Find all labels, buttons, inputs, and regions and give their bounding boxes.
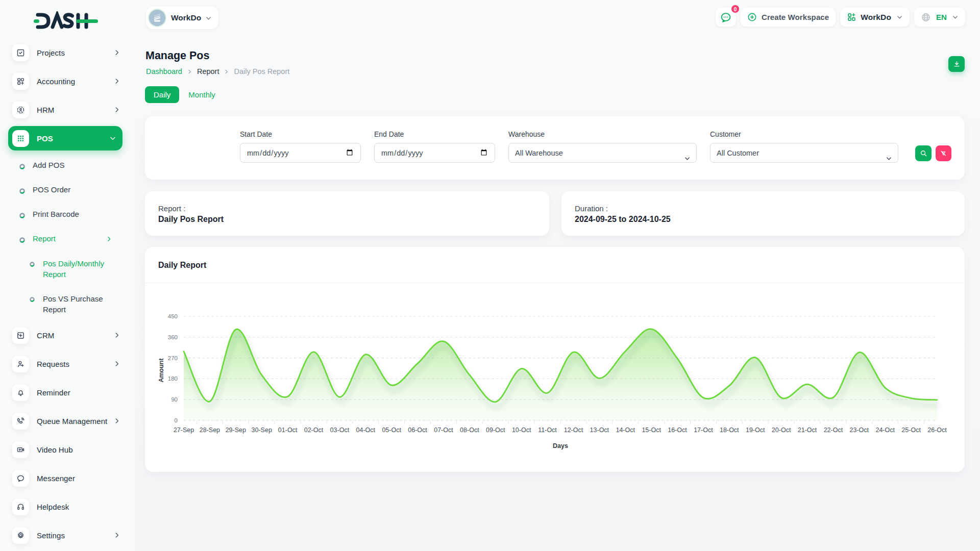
breadcrumb-report-link[interactable]: Report bbox=[197, 67, 219, 76]
bullet-ring-icon bbox=[19, 236, 25, 245]
warehouse-select[interactable]: All Warehouse bbox=[508, 143, 697, 163]
messages-button[interactable]: 0 bbox=[716, 8, 736, 27]
sidebar-item-requests[interactable]: Requests bbox=[8, 356, 127, 373]
topbar-actions: 0 Create Workspace WorkDo EN bbox=[716, 8, 965, 27]
create-workspace-button[interactable]: Create Workspace bbox=[741, 8, 836, 27]
sidebar-item-projects[interactable]: Projects bbox=[8, 44, 127, 62]
sidebar-subsubitem-label: Pos Daily/Monthly Report bbox=[43, 258, 114, 280]
svg-text:05-Oct: 05-Oct bbox=[382, 427, 401, 434]
sidebar-item-reminder[interactable]: Reminder bbox=[8, 384, 127, 402]
projects-icon bbox=[12, 44, 29, 61]
sidebar-item-crm[interactable]: CRM bbox=[8, 327, 127, 344]
create-workspace-label: Create Workspace bbox=[762, 13, 829, 21]
svg-text:16-Oct: 16-Oct bbox=[668, 427, 687, 434]
duration-summary-card: Duration : 2024-09-25 to 2024-10-25 bbox=[561, 191, 965, 236]
app-root: Projects Accounting HRM POS bbox=[0, 0, 980, 551]
sidebar-item-label: Video Hub bbox=[37, 445, 73, 454]
svg-text:20-Oct: 20-Oct bbox=[772, 427, 791, 434]
svg-text:18-Oct: 18-Oct bbox=[720, 427, 739, 434]
duration-label: Duration : bbox=[575, 204, 608, 213]
svg-text:25-Oct: 25-Oct bbox=[901, 427, 921, 434]
download-report-button[interactable] bbox=[948, 56, 965, 72]
reminder-bell-icon bbox=[12, 384, 29, 401]
apply-filter-button[interactable] bbox=[915, 145, 932, 161]
svg-text:28-Sep: 28-Sep bbox=[200, 427, 220, 434]
report-summary-card: Report : Daily Pos Report bbox=[145, 191, 549, 236]
sidebar-item-label: POS bbox=[37, 134, 53, 143]
svg-text:Days: Days bbox=[553, 442, 568, 449]
sidebar-item-settings[interactable]: Settings bbox=[8, 527, 127, 544]
sidebar-item-messenger[interactable]: Messenger bbox=[8, 470, 127, 487]
svg-text:450: 450 bbox=[168, 313, 178, 319]
sidebar-item-label: Accounting bbox=[37, 77, 75, 86]
svg-text:180: 180 bbox=[168, 375, 178, 382]
search-icon bbox=[920, 149, 927, 157]
bullet-ring-icon bbox=[19, 162, 25, 171]
language-selector[interactable]: EN bbox=[914, 8, 965, 27]
sidebar-item-accounting[interactable]: Accounting bbox=[8, 73, 127, 90]
svg-text:0: 0 bbox=[175, 417, 178, 423]
sidebar-item-pos[interactable]: POS bbox=[8, 126, 122, 151]
sidebar-item-label: Messenger bbox=[37, 474, 75, 483]
brand-logo[interactable] bbox=[34, 11, 98, 33]
report-period-tabs: Daily Monthly bbox=[145, 86, 217, 103]
sidebar-item-queue-management[interactable]: Queue Management bbox=[8, 413, 127, 430]
customer-label: Customer bbox=[710, 130, 898, 138]
breadcrumb-dashboard-link[interactable]: Dashboard bbox=[146, 67, 182, 76]
svg-text:26-Oct: 26-Oct bbox=[927, 427, 947, 434]
workspace-avatar bbox=[148, 9, 166, 27]
svg-text:24-Oct: 24-Oct bbox=[875, 427, 895, 434]
language-label: EN bbox=[936, 13, 947, 21]
chevron-right-icon bbox=[113, 49, 120, 58]
sidebar-item-helpdesk[interactable]: Helpdesk bbox=[8, 498, 127, 516]
accounting-icon bbox=[12, 73, 29, 90]
chevron-right-icon bbox=[113, 360, 120, 369]
download-icon bbox=[953, 60, 961, 68]
customer-select[interactable]: All Customer bbox=[710, 143, 898, 163]
svg-text:360: 360 bbox=[168, 334, 178, 340]
svg-text:04-Oct: 04-Oct bbox=[356, 427, 376, 434]
start-date-input[interactable] bbox=[240, 143, 361, 163]
sidebar-subsubitem-label: Pos VS Purchase Report bbox=[43, 293, 114, 315]
sidebar-item-label: CRM bbox=[37, 331, 54, 340]
requests-icon bbox=[12, 356, 29, 372]
chevron-down-icon bbox=[896, 14, 903, 20]
messenger-chat-icon bbox=[12, 470, 29, 487]
workspace-switcher[interactable]: WorkDo bbox=[840, 8, 910, 27]
report-value: Daily Pos Report bbox=[158, 215, 224, 224]
svg-text:15-Oct: 15-Oct bbox=[642, 427, 661, 434]
hrm-icon bbox=[12, 102, 29, 118]
daily-report-area-chart: 09018027036045027-Sep28-Sep29-Sep30-Sep0… bbox=[145, 283, 965, 472]
messages-badge: 0 bbox=[731, 5, 740, 13]
chevron-right-icon bbox=[187, 69, 192, 74]
duration-value: 2024-09-25 to 2024-10-25 bbox=[575, 215, 671, 224]
svg-text:02-Oct: 02-Oct bbox=[304, 427, 324, 434]
pos-icon bbox=[12, 130, 29, 147]
svg-text:01-Oct: 01-Oct bbox=[278, 427, 298, 434]
video-camera-icon bbox=[12, 441, 29, 458]
end-date-group: End Date bbox=[374, 130, 495, 163]
svg-text:27-Sep: 27-Sep bbox=[174, 427, 194, 434]
breadcrumb-current: Daily Pos Report bbox=[234, 67, 289, 76]
page-title: Manage Pos bbox=[145, 49, 209, 62]
sidebar-item-hrm[interactable]: HRM bbox=[8, 102, 127, 119]
sidebar-item-label: Reminder bbox=[37, 388, 70, 397]
tab-daily[interactable]: Daily bbox=[145, 86, 179, 103]
sidebar-item-label: HRM bbox=[37, 106, 54, 114]
svg-text:Amount: Amount bbox=[158, 358, 165, 383]
workspace-pill[interactable]: WorkDo bbox=[146, 7, 218, 29]
sidebar-subitem-label: Report bbox=[33, 234, 56, 243]
reset-filter-button[interactable] bbox=[936, 145, 951, 161]
svg-text:270: 270 bbox=[168, 355, 178, 361]
svg-text:10-Oct: 10-Oct bbox=[512, 427, 531, 434]
tab-monthly[interactable]: Monthly bbox=[186, 90, 217, 99]
crm-icon bbox=[12, 327, 29, 344]
chevron-right-icon bbox=[113, 78, 120, 87]
sidebar-item-video-hub[interactable]: Video Hub bbox=[8, 441, 127, 459]
end-date-input[interactable] bbox=[374, 143, 495, 163]
chat-bubble-icon bbox=[720, 11, 732, 23]
sidebar-item-label: Queue Management bbox=[37, 417, 107, 425]
svg-text:07-Oct: 07-Oct bbox=[434, 427, 453, 434]
svg-text:06-Oct: 06-Oct bbox=[408, 427, 427, 434]
svg-text:17-Oct: 17-Oct bbox=[694, 427, 713, 434]
